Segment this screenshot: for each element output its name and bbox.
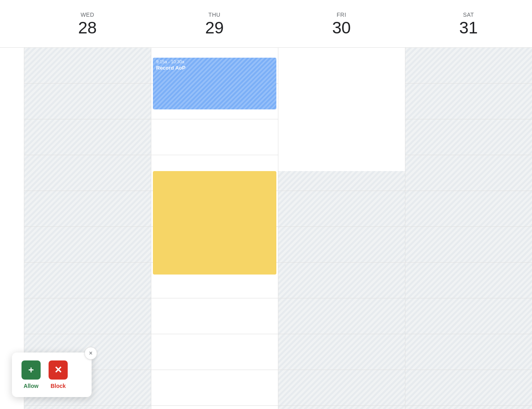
header-day-name-sat: Sat — [463, 12, 474, 18]
block-button[interactable]: ✕ Block — [49, 360, 68, 389]
grid-row — [278, 334, 405, 370]
grid-row — [405, 370, 532, 406]
header-day-fri: Fri 30 — [278, 0, 405, 47]
grid-row — [24, 298, 151, 334]
day-column-thu[interactable]: 9:15a - 10:30a Record AoP — [151, 48, 278, 409]
grid-row — [405, 191, 532, 227]
header-day-number-fri: 30 — [332, 19, 351, 36]
header-day-name-wed: Wed — [80, 12, 94, 18]
grid-row — [278, 191, 405, 227]
header-day-name-fri: Fri — [336, 12, 346, 18]
grid-row — [24, 119, 151, 155]
allow-label: Allow — [23, 383, 38, 389]
header-day-wed: Wed 28 — [24, 0, 151, 47]
header-day-thu: Thu 29 — [151, 0, 278, 47]
grid-row — [405, 84, 532, 119]
day-column-sat — [405, 48, 532, 409]
grid-rows-sat — [405, 48, 532, 409]
grid-row — [405, 48, 532, 84]
day-columns: 9:15a - 10:30a Record AoP — [24, 48, 532, 409]
calendar-header: Wed 28 Thu 29 Fri 30 Sat 31 — [0, 0, 532, 48]
popup-close-button[interactable]: × — [84, 347, 97, 360]
grid-row — [24, 155, 151, 191]
grid-row — [405, 155, 532, 191]
event-title: Record AoP — [156, 65, 273, 71]
header-day-sat: Sat 31 — [405, 0, 532, 47]
header-day-number-thu: 29 — [205, 19, 224, 36]
grid-row — [278, 370, 405, 406]
plus-icon: + — [28, 364, 34, 376]
action-popup: × + Allow ✕ Block — [12, 353, 92, 397]
calendar-container: Wed 28 Thu 29 Fri 30 Sat 31 — [0, 0, 532, 409]
allow-button[interactable]: + Allow — [22, 360, 41, 389]
block-icon: ✕ — [49, 360, 68, 380]
grid-row — [405, 298, 532, 334]
grid-row — [151, 298, 278, 334]
grid-row — [24, 227, 151, 263]
event-time: 9:15a - 10:30a — [156, 59, 273, 64]
header-day-name-thu: Thu — [208, 12, 220, 18]
grid-row — [24, 84, 151, 119]
grid-row — [151, 334, 278, 370]
grid-row — [151, 119, 278, 155]
grid-row — [405, 263, 532, 298]
header-day-number-sat: 31 — [459, 19, 478, 36]
grid-row — [405, 227, 532, 263]
grid-row — [405, 119, 532, 155]
day-column-fri — [278, 48, 405, 409]
header-gutter — [0, 0, 24, 47]
close-icon: × — [89, 350, 92, 357]
x-icon: ✕ — [54, 364, 62, 376]
grid-row — [278, 263, 405, 298]
grid-row — [24, 191, 151, 227]
event-yellow[interactable] — [153, 171, 276, 275]
grid-row — [151, 370, 278, 406]
grid-row — [24, 263, 151, 298]
grid-row — [278, 298, 405, 334]
fri-white-top — [278, 48, 405, 171]
grid-row — [405, 334, 532, 370]
grid-row — [278, 227, 405, 263]
event-record-aop[interactable]: 9:15a - 10:30a Record AoP — [153, 58, 276, 109]
block-label: Block — [51, 383, 66, 389]
header-day-number-wed: 28 — [78, 19, 97, 36]
allow-icon: + — [22, 360, 41, 380]
grid-row — [24, 48, 151, 84]
